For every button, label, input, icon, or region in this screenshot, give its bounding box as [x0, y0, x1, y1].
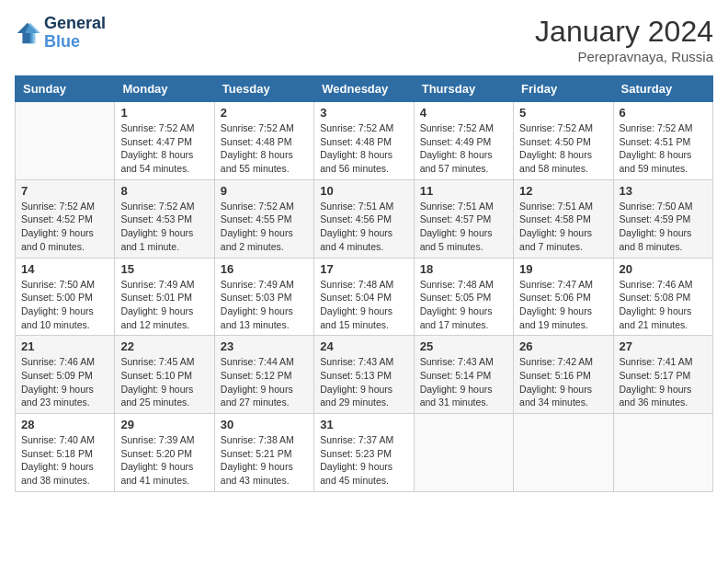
- calendar-cell: 13Sunrise: 7:50 AM Sunset: 4:59 PM Dayli…: [613, 179, 712, 258]
- calendar-cell: 19Sunrise: 7:47 AM Sunset: 5:06 PM Dayli…: [514, 258, 613, 336]
- day-number: 6: [620, 106, 707, 120]
- day-number: 13: [620, 184, 707, 198]
- day-info: Sunrise: 7:47 AM Sunset: 5:06 PM Dayligh…: [519, 278, 607, 332]
- calendar-cell: [414, 414, 513, 492]
- weekday-header: Saturday: [613, 76, 712, 102]
- day-number: 10: [320, 184, 407, 198]
- day-number: 30: [221, 418, 308, 431]
- logo: General Blue: [15, 15, 106, 52]
- day-info: Sunrise: 7:52 AM Sunset: 4:53 PM Dayligh…: [120, 200, 208, 254]
- calendar-cell: [16, 102, 115, 180]
- calendar-cell: 21Sunrise: 7:46 AM Sunset: 5:09 PM Dayli…: [16, 336, 115, 414]
- day-info: Sunrise: 7:52 AM Sunset: 4:51 PM Dayligh…: [620, 121, 707, 176]
- calendar-cell: 30Sunrise: 7:38 AM Sunset: 5:21 PM Dayli…: [214, 414, 313, 492]
- calendar-cell: 25Sunrise: 7:43 AM Sunset: 5:14 PM Dayli…: [414, 336, 513, 414]
- calendar-cell: 10Sunrise: 7:51 AM Sunset: 4:56 PM Dayli…: [314, 179, 414, 258]
- weekday-header: Sunday: [16, 76, 115, 102]
- calendar-cell: 5Sunrise: 7:52 AM Sunset: 4:50 PM Daylig…: [514, 102, 613, 180]
- day-number: 19: [519, 262, 607, 276]
- calendar-week-row: 21Sunrise: 7:46 AM Sunset: 5:09 PM Dayli…: [16, 336, 713, 414]
- day-info: Sunrise: 7:49 AM Sunset: 5:01 PM Dayligh…: [120, 278, 208, 332]
- calendar-body: 1Sunrise: 7:52 AM Sunset: 4:47 PM Daylig…: [16, 102, 713, 492]
- day-number: 1: [120, 106, 208, 120]
- calendar-cell: 7Sunrise: 7:52 AM Sunset: 4:52 PM Daylig…: [16, 179, 115, 258]
- calendar-week-row: 1Sunrise: 7:52 AM Sunset: 4:47 PM Daylig…: [16, 102, 713, 180]
- day-number: 3: [320, 106, 407, 120]
- title-block: January 2024 Perepravnaya, Russia: [535, 15, 713, 64]
- calendar-cell: 16Sunrise: 7:49 AM Sunset: 5:03 PM Dayli…: [214, 258, 313, 336]
- logo-text: General Blue: [44, 15, 106, 52]
- day-info: Sunrise: 7:48 AM Sunset: 5:04 PM Dayligh…: [320, 278, 407, 332]
- calendar-cell: 26Sunrise: 7:42 AM Sunset: 5:16 PM Dayli…: [514, 336, 613, 414]
- day-number: 28: [21, 418, 108, 431]
- calendar-week-row: 28Sunrise: 7:40 AM Sunset: 5:18 PM Dayli…: [16, 414, 713, 492]
- weekday-header: Wednesday: [314, 76, 414, 102]
- calendar-cell: 28Sunrise: 7:40 AM Sunset: 5:18 PM Dayli…: [16, 414, 115, 492]
- day-number: 20: [620, 262, 707, 276]
- day-info: Sunrise: 7:46 AM Sunset: 5:09 PM Dayligh…: [21, 355, 108, 409]
- day-info: Sunrise: 7:45 AM Sunset: 5:10 PM Dayligh…: [120, 355, 208, 409]
- day-number: 9: [221, 184, 308, 198]
- calendar-header: SundayMondayTuesdayWednesdayThursdayFrid…: [16, 76, 713, 102]
- day-number: 26: [519, 339, 607, 353]
- calendar-cell: 27Sunrise: 7:41 AM Sunset: 5:17 PM Dayli…: [613, 336, 712, 414]
- day-info: Sunrise: 7:46 AM Sunset: 5:08 PM Dayligh…: [620, 278, 707, 332]
- day-info: Sunrise: 7:52 AM Sunset: 4:52 PM Dayligh…: [21, 200, 108, 254]
- day-number: 25: [420, 339, 507, 353]
- day-number: 11: [420, 184, 507, 198]
- day-number: 14: [21, 262, 108, 276]
- calendar-week-row: 7Sunrise: 7:52 AM Sunset: 4:52 PM Daylig…: [16, 179, 713, 258]
- calendar-cell: 8Sunrise: 7:52 AM Sunset: 4:53 PM Daylig…: [115, 179, 214, 258]
- day-info: Sunrise: 7:52 AM Sunset: 4:49 PM Dayligh…: [420, 121, 507, 176]
- weekday-header: Friday: [514, 76, 613, 102]
- day-info: Sunrise: 7:52 AM Sunset: 4:48 PM Dayligh…: [221, 121, 308, 176]
- weekday-header: Thursday: [414, 76, 513, 102]
- calendar-cell: 4Sunrise: 7:52 AM Sunset: 4:49 PM Daylig…: [414, 102, 513, 180]
- weekday-header: Monday: [115, 76, 214, 102]
- day-info: Sunrise: 7:52 AM Sunset: 4:48 PM Dayligh…: [320, 121, 407, 176]
- calendar-cell: 17Sunrise: 7:48 AM Sunset: 5:04 PM Dayli…: [314, 258, 414, 336]
- day-number: 27: [620, 339, 707, 353]
- calendar-subtitle: Perepravnaya, Russia: [535, 49, 713, 64]
- calendar-cell: 3Sunrise: 7:52 AM Sunset: 4:48 PM Daylig…: [314, 102, 414, 180]
- calendar-cell: 6Sunrise: 7:52 AM Sunset: 4:51 PM Daylig…: [613, 102, 712, 180]
- calendar-title: January 2024: [535, 15, 713, 49]
- calendar-cell: 23Sunrise: 7:44 AM Sunset: 5:12 PM Dayli…: [214, 336, 313, 414]
- calendar-cell: 31Sunrise: 7:37 AM Sunset: 5:23 PM Dayli…: [314, 414, 414, 492]
- day-info: Sunrise: 7:40 AM Sunset: 5:18 PM Dayligh…: [21, 433, 108, 488]
- day-number: 5: [519, 106, 607, 120]
- day-info: Sunrise: 7:52 AM Sunset: 4:47 PM Dayligh…: [120, 121, 208, 176]
- day-number: 29: [120, 418, 208, 431]
- day-number: 8: [120, 184, 208, 198]
- logo-icon: [15, 20, 40, 46]
- calendar-cell: 29Sunrise: 7:39 AM Sunset: 5:20 PM Dayli…: [115, 414, 214, 492]
- weekday-header: Tuesday: [214, 76, 313, 102]
- day-info: Sunrise: 7:43 AM Sunset: 5:14 PM Dayligh…: [420, 355, 507, 409]
- calendar-cell: 2Sunrise: 7:52 AM Sunset: 4:48 PM Daylig…: [214, 102, 313, 180]
- page-header: General Blue January 2024 Perepravnaya, …: [15, 15, 713, 64]
- calendar-cell: 18Sunrise: 7:48 AM Sunset: 5:05 PM Dayli…: [414, 258, 513, 336]
- day-number: 24: [320, 339, 407, 353]
- calendar-cell: [514, 414, 613, 492]
- day-number: 22: [120, 339, 208, 353]
- calendar-cell: 22Sunrise: 7:45 AM Sunset: 5:10 PM Dayli…: [115, 336, 214, 414]
- day-info: Sunrise: 7:41 AM Sunset: 5:17 PM Dayligh…: [620, 355, 707, 409]
- calendar-cell: 20Sunrise: 7:46 AM Sunset: 5:08 PM Dayli…: [613, 258, 712, 336]
- calendar-cell: [613, 414, 712, 492]
- calendar-cell: 24Sunrise: 7:43 AM Sunset: 5:13 PM Dayli…: [314, 336, 414, 414]
- day-info: Sunrise: 7:50 AM Sunset: 5:00 PM Dayligh…: [21, 278, 108, 332]
- day-number: 23: [221, 339, 308, 353]
- day-number: 21: [21, 339, 108, 353]
- day-info: Sunrise: 7:51 AM Sunset: 4:58 PM Dayligh…: [519, 200, 607, 254]
- calendar-cell: 14Sunrise: 7:50 AM Sunset: 5:00 PM Dayli…: [16, 258, 115, 336]
- day-number: 2: [221, 106, 308, 120]
- calendar-table: SundayMondayTuesdayWednesdayThursdayFrid…: [15, 75, 713, 492]
- calendar-cell: 11Sunrise: 7:51 AM Sunset: 4:57 PM Dayli…: [414, 179, 513, 258]
- day-info: Sunrise: 7:38 AM Sunset: 5:21 PM Dayligh…: [221, 433, 308, 488]
- day-info: Sunrise: 7:42 AM Sunset: 5:16 PM Dayligh…: [519, 355, 607, 409]
- day-info: Sunrise: 7:51 AM Sunset: 4:56 PM Dayligh…: [320, 200, 407, 254]
- day-info: Sunrise: 7:48 AM Sunset: 5:05 PM Dayligh…: [420, 278, 507, 332]
- day-number: 18: [420, 262, 507, 276]
- day-number: 16: [221, 262, 308, 276]
- day-number: 7: [21, 184, 108, 198]
